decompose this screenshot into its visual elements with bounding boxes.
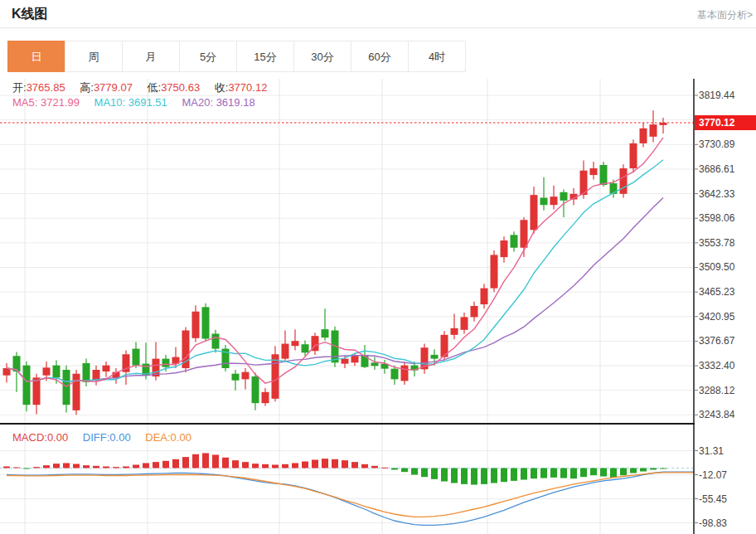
macd-bar	[43, 465, 50, 468]
candle-body	[63, 370, 70, 405]
macd-bar	[580, 468, 587, 478]
tab-period-1[interactable]: 周	[65, 41, 123, 72]
candle-body	[162, 359, 170, 367]
macd-bar	[133, 464, 139, 468]
tab-period-7[interactable]: 4时	[408, 41, 466, 72]
candle-body	[322, 329, 329, 337]
tab-period-2[interactable]: 月	[122, 41, 180, 72]
macd-bar	[570, 468, 577, 479]
macd-bar	[232, 460, 239, 468]
macd-bar	[292, 463, 298, 468]
candle-body	[461, 317, 468, 329]
macd-bar	[182, 457, 189, 468]
price-axis-label: 3420.95	[699, 311, 734, 323]
macd-bar	[33, 467, 40, 468]
candle-body	[192, 312, 200, 338]
tab-period-6[interactable]: 60分	[351, 41, 409, 72]
low-value: 低:3750.63	[148, 81, 201, 94]
macd-bar	[620, 468, 627, 476]
ma5-value: MA5: 3721.99	[12, 96, 80, 109]
macd-bar	[252, 464, 259, 468]
tab-period-5[interactable]: 30分	[293, 41, 351, 72]
macd-bar	[401, 468, 408, 473]
macd-bar	[322, 459, 328, 468]
macd-info-row: MACD:0.00 DIFF:0.00 DEA:0.00	[12, 431, 203, 444]
macd-bar	[660, 468, 666, 469]
candle-body	[640, 129, 647, 143]
macd-bar	[162, 461, 169, 468]
candle-body	[371, 362, 379, 366]
macd-bar	[491, 468, 497, 483]
macd-bar	[282, 464, 288, 468]
macd-bar	[640, 468, 647, 472]
macd-bar	[103, 466, 109, 468]
macd-bar	[272, 464, 279, 468]
candle-body	[53, 366, 61, 378]
macd-bar	[222, 458, 229, 468]
diff-value: DIFF:0.00	[83, 431, 131, 444]
candle-body	[540, 197, 548, 205]
price-axis-label: 3730.89	[699, 138, 734, 150]
page-title: K线图	[12, 6, 48, 23]
macd-bar	[73, 464, 80, 468]
macd-bar	[312, 459, 318, 468]
ohlc-info-row: 开:3765.85 高:3779.07 低:3750.63 收:3770.12	[12, 80, 279, 95]
candle-body	[302, 344, 309, 352]
candle-body	[511, 235, 518, 247]
candle-body	[43, 367, 51, 375]
macd-bar	[212, 454, 219, 468]
macd-bar	[441, 468, 448, 482]
fundamental-analysis-link[interactable]: 基本面分析>	[697, 8, 753, 22]
candle-body	[451, 328, 458, 335]
macd-bar	[600, 468, 607, 477]
candle-body	[282, 344, 289, 359]
candle-body	[212, 333, 220, 348]
candle-body	[501, 240, 508, 257]
candle-body	[491, 255, 498, 288]
macd-bar	[262, 464, 269, 468]
candle-body	[650, 124, 657, 137]
candle-body	[351, 356, 359, 363]
period-tab-bar: 日周月5分15分30分60分4时	[8, 41, 466, 72]
open-value: 开:3765.85	[12, 81, 65, 94]
candle-body	[242, 372, 250, 380]
macd-bar	[461, 468, 468, 484]
macd-bar	[421, 468, 428, 478]
candle-body	[252, 376, 259, 403]
candle-body	[23, 366, 31, 405]
high-value: 高:3779.07	[80, 81, 133, 94]
macd-bar	[192, 454, 199, 468]
price-axis-label: 3686.61	[699, 163, 734, 175]
macd-axis-label: -55.45	[699, 493, 727, 505]
macd-bar	[540, 468, 547, 478]
candle-body	[600, 165, 608, 185]
price-axis-label: 3243.84	[699, 409, 734, 420]
candle-body	[202, 307, 210, 338]
macd-axis-label: -12.07	[699, 469, 727, 481]
macd-bar	[23, 468, 30, 469]
candle-body	[292, 341, 299, 346]
macd-bar	[332, 459, 338, 468]
dea-line	[7, 473, 694, 517]
price-axis-label: 3288.12	[699, 385, 734, 396]
macd-bar	[451, 468, 458, 483]
candle-body	[481, 289, 488, 304]
price-axis-label: 3819.44	[699, 90, 734, 101]
macd-bar	[471, 468, 477, 485]
macd-bar	[630, 468, 637, 473]
macd-bar	[521, 468, 527, 480]
macd-bar	[411, 468, 418, 475]
candle-body	[560, 192, 568, 201]
price-axis-label: 3642.33	[699, 188, 734, 200]
macd-bar	[501, 468, 507, 483]
candle-body	[73, 374, 80, 410]
candle-body	[83, 363, 90, 382]
macd-bar	[3, 466, 10, 468]
tab-period-0[interactable]: 日	[7, 41, 65, 72]
tab-period-3[interactable]: 5分	[179, 41, 237, 72]
macd-bar	[153, 462, 159, 468]
macd-bar	[63, 463, 70, 468]
tab-period-4[interactable]: 15分	[236, 41, 294, 72]
macd-bar	[381, 468, 388, 468]
dea-value: DEA:0.00	[145, 431, 191, 444]
